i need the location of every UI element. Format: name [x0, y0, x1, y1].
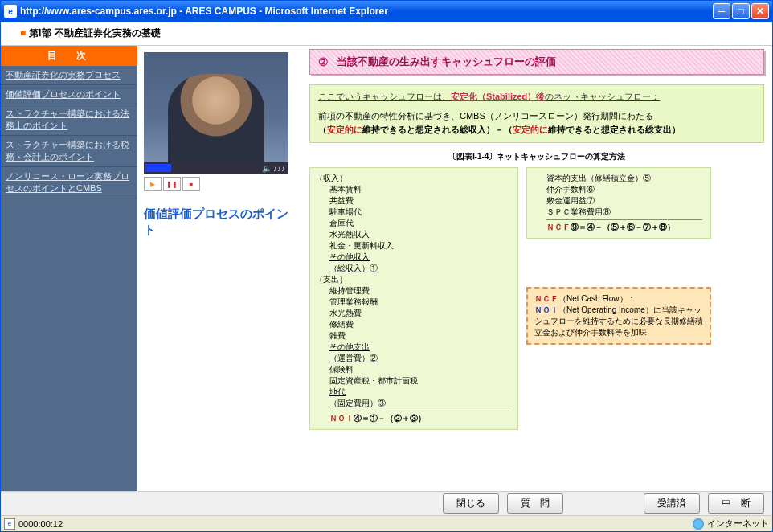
status-time: 0000:00:12: [18, 519, 63, 529]
section-header: ② 当該不動産の生み出すキャッシュフローの評価: [309, 49, 764, 75]
ie-icon: e: [4, 5, 17, 18]
minimize-button[interactable]: ─: [713, 3, 730, 19]
income-label: （収入）: [315, 173, 509, 184]
close-page-button[interactable]: 閉じる: [443, 493, 499, 514]
done-button[interactable]: 受講済: [644, 493, 700, 514]
window-title: http://www.ares-campus.ares.or.jp - ARES…: [20, 6, 713, 17]
income-item: 倉庫代: [329, 218, 509, 229]
footer-bar: 閉じる 質 問 受講済 中 断: [1, 491, 772, 515]
close-button[interactable]: ✕: [751, 3, 769, 19]
page-icon: e: [4, 518, 15, 530]
sidebar-item[interactable]: 不動産証券化の実務プロセス: [1, 66, 137, 85]
expense-item: 固定資産税・都市計画税: [329, 375, 509, 387]
note-box: ここでいうキャッシュフローは、安定化（Stabilized）後のネットキャッシュ…: [309, 84, 764, 143]
stop-button[interactable]: ■: [182, 177, 200, 191]
suspend-button[interactable]: 中 断: [708, 493, 764, 514]
income-item: 礼金・更新料収入: [329, 240, 509, 252]
diagram: （収入） 基本賃料 共益費 駐車場代 倉庫代 水光熱収入 礼金・更新料収入 その…: [309, 167, 764, 430]
play-button[interactable]: ▶: [144, 177, 162, 191]
note-line3: （安定的に維持できると想定される総収入）－（安定的に維持できると想定される総支出…: [318, 123, 755, 137]
sidebar-link[interactable]: ストラクチャー構築における法務上のポイント: [6, 108, 129, 130]
capex-item: 資本的支出（修繕積立金）⑤: [546, 173, 702, 184]
toc-header: 目 次: [1, 46, 137, 66]
browser-window: e http://www.ares-campus.ares.or.jp - AR…: [0, 0, 773, 532]
video-progress-fill: [145, 164, 171, 172]
status-zone: インターネット: [707, 518, 769, 530]
income-sub: その他収入: [329, 252, 509, 263]
sidebar-item[interactable]: ノンリコース・ローン実務プロセスのポイントとCMBS: [1, 167, 137, 198]
income-total: （総収入）①: [329, 263, 509, 274]
sidebar-link[interactable]: ノンリコース・ローン実務プロセスのポイントとCMBS: [6, 171, 129, 193]
globe-icon: [693, 518, 704, 530]
expense-total: （運営費）②: [329, 353, 509, 364]
question-button[interactable]: 質 問: [507, 493, 563, 514]
sidebar-item[interactable]: 価値評価プロセスのポイント: [1, 85, 137, 104]
expense-item: 修繕費: [329, 319, 509, 330]
titlebar: e http://www.ares-campus.ares.or.jp - AR…: [1, 1, 772, 22]
capex-item: ＳＰＣ業務費用⑧: [546, 207, 702, 218]
expense-item: 維持管理費: [329, 285, 509, 297]
diagram-right-column: 資本的支出（修繕積立金）⑤ 仲介手数料⑥ 敷金運用益⑦ ＳＰＣ業務費用⑧ ＮＣＦ…: [526, 167, 711, 345]
ncf-line: ＮＣＦ⑨＝④－（⑤＋⑥－⑦＋⑧）: [546, 219, 702, 233]
capex-item: 敷金運用益⑦: [546, 195, 702, 207]
page-title: 第Ⅰ部 不動産証券化実務の基礎: [29, 27, 160, 39]
maximize-button[interactable]: □: [732, 3, 750, 19]
expense-sub: その他支出: [329, 342, 509, 353]
sidebar: 目 次 不動産証券化の実務プロセス 価値評価プロセスのポイント ストラクチャー構…: [1, 46, 137, 491]
diagram-right: 資本的支出（修繕積立金）⑤ 仲介手数料⑥ 敷金運用益⑦ ＳＰＣ業務費用⑧ ＮＣＦ…: [526, 167, 711, 239]
sidebar-link[interactable]: 不動産証券化の実務プロセス: [6, 70, 121, 80]
header-bullet: ■: [20, 27, 26, 39]
expense-item: 管理業務報酬: [329, 297, 509, 308]
noi-line: ＮＯＩ④＝①－（②＋③）: [329, 411, 509, 424]
volume-icon[interactable]: 🔈♪♪♪: [262, 164, 285, 173]
expense-item: 水光熱費: [329, 308, 509, 319]
sidebar-item[interactable]: ストラクチャー構築における法務上のポイント: [1, 104, 137, 136]
income-item: 基本賃料: [329, 184, 509, 195]
video-player[interactable]: [144, 52, 288, 162]
video-title: 価値評価プロセスのポイント: [144, 206, 300, 237]
sidebar-link[interactable]: ストラクチャー構築における税務・会計上のポイント: [6, 140, 129, 162]
income-item: 共益費: [329, 195, 509, 207]
expense-total: （固定費用）③: [329, 398, 509, 409]
pause-button[interactable]: ❚❚: [163, 177, 181, 191]
sidebar-item[interactable]: ストラクチャー構築における税務・会計上のポイント: [1, 136, 137, 167]
note-line1-pre: ここでいうキャッシュフローは、: [318, 92, 451, 101]
income-item: 水光熱収入: [329, 229, 509, 240]
section-number: ②: [318, 55, 329, 68]
video-column: 🔈♪♪♪ ▶ ❚❚ ■ 価値評価プロセスのポイント: [137, 46, 306, 491]
sidebar-link[interactable]: 価値評価プロセスのポイント: [6, 89, 121, 99]
definition-box: ＮＣＦ（Net Cash Flow）： ＮＯＩ（Net Operating In…: [526, 287, 711, 345]
note-line2: 前項の不動産の特性分析に基づき、CMBS（ノンリコースローン）発行期間にわたる: [318, 109, 755, 124]
expense-item: 保険料: [329, 364, 509, 375]
main-area: 目 次 不動産証券化の実務プロセス 価値評価プロセスのポイント ストラクチャー構…: [1, 46, 772, 491]
diagram-caption: 〔図表Ⅰ-1-4〕ネットキャッシュフローの算定方法: [309, 151, 764, 162]
expense-label: （支出）: [315, 274, 509, 285]
page-header: ■第Ⅰ部 不動産証券化実務の基礎: [1, 22, 772, 46]
status-bar: e 0000:00:12 インターネット: [1, 515, 772, 531]
capex-item: 仲介手数料⑥: [546, 184, 702, 195]
content-area: ② 当該不動産の生み出すキャッシュフローの評価 ここでいうキャッシュフローは、安…: [306, 46, 772, 491]
note-line1-post: のネットキャッシュフロー：: [545, 92, 660, 101]
video-thumbnail: [144, 52, 288, 162]
section-title: 当該不動産の生み出すキャッシュフローの評価: [337, 55, 556, 69]
video-controls: ▶ ❚❚ ■: [144, 177, 300, 191]
presenter: [168, 74, 264, 162]
expense-sub: 地代: [329, 387, 509, 398]
video-progress-bar[interactable]: 🔈♪♪♪: [144, 162, 288, 174]
income-item: 駐車場代: [329, 207, 509, 218]
note-line1-hl: 安定化（Stabilized）後: [451, 92, 545, 101]
expense-item: 雑費: [329, 330, 509, 342]
status-left: e 0000:00:12: [4, 518, 693, 530]
diagram-left: （収入） 基本賃料 共益費 駐車場代 倉庫代 水光熱収入 礼金・更新料収入 その…: [309, 167, 518, 430]
window-buttons: ─ □ ✕: [713, 3, 769, 19]
